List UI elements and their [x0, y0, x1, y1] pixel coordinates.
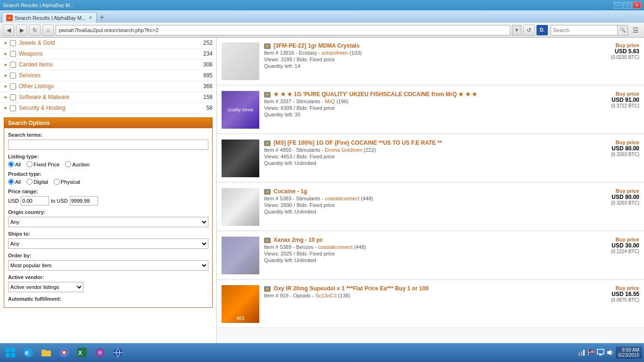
- forward-button[interactable]: ▶: [16, 25, 27, 36]
- radio-ptype-all-label[interactable]: All: [8, 179, 21, 185]
- cat-checkbox[interactable]: [10, 73, 16, 79]
- cat-expand-icon[interactable]: ►: [4, 73, 8, 78]
- svg-rect-24: [599, 354, 602, 355]
- cat-count: 58: [206, 105, 213, 111]
- category-link[interactable]: Other Listings: [19, 83, 203, 90]
- category: Stimulants: [296, 99, 320, 104]
- minimize-button[interactable]: –: [614, 2, 622, 8]
- folder-icon[interactable]: [38, 345, 55, 360]
- category-link[interactable]: Software & Malware: [19, 94, 203, 100]
- cat-checkbox[interactable]: [10, 40, 16, 46]
- product-info: 🔒 Xanax 2mg - 10 pc Item # 5389 - Benzos…: [264, 237, 583, 274]
- vendor-link[interactable]: coastalconnect: [325, 196, 359, 201]
- ships-select[interactable]: Any: [8, 239, 208, 249]
- radio-auction[interactable]: [65, 161, 71, 167]
- product-title: 🔒 [3FM-PE-22] 1gr MDMA Crystals: [264, 42, 583, 49]
- product-meta: Item # 5383 - Stimulants - coastalconnec…: [264, 196, 583, 201]
- start-button[interactable]: [2, 345, 19, 360]
- browser-search-input[interactable]: [551, 25, 617, 35]
- cat-checkbox[interactable]: [10, 62, 16, 68]
- close-button[interactable]: ✕: [633, 2, 641, 8]
- vendor-link[interactable]: MrQ: [325, 99, 335, 104]
- product-link[interactable]: ★ ★ ★ 1G 'PURE QUALITY' UK2EU FISHSCALE …: [273, 91, 477, 98]
- cat-expand-icon[interactable]: ►: [4, 84, 8, 89]
- browser-search-button[interactable]: 🔍: [617, 25, 627, 35]
- cat-count: 252: [203, 40, 213, 46]
- tab-close-icon[interactable]: ✕: [89, 15, 92, 20]
- buy-label: Buy price: [583, 188, 639, 194]
- vendor-link[interactable]: Emma Goldmen: [325, 147, 362, 153]
- globe-icon[interactable]: [109, 345, 126, 360]
- radio-digital[interactable]: [26, 179, 33, 185]
- cat-checkbox[interactable]: [10, 94, 16, 100]
- category-link[interactable]: Jewels & Gold: [19, 40, 203, 46]
- radio-physical[interactable]: [54, 179, 60, 185]
- maximize-button[interactable]: □: [623, 2, 632, 8]
- product-meta: Item # 3337 - Stimulants - MrQ (196): [264, 99, 583, 104]
- radio-ptype-all[interactable]: [8, 179, 14, 185]
- radio-fixed-label[interactable]: Fixed Price: [26, 161, 59, 167]
- vendor-link[interactable]: coastalconnect: [318, 244, 352, 250]
- refresh-icon[interactable]: ↺: [523, 25, 535, 36]
- cat-checkbox[interactable]: [10, 83, 16, 90]
- category-link[interactable]: Services: [19, 72, 203, 79]
- price-btc: (0.3263 BTC): [583, 152, 639, 157]
- ie-icon[interactable]: e: [20, 345, 37, 360]
- cat-checkbox[interactable]: [10, 51, 16, 57]
- cat-expand-icon[interactable]: ►: [4, 95, 8, 99]
- new-tab-button[interactable]: +: [97, 12, 107, 23]
- vendor-select[interactable]: Active vendor listings: [8, 282, 83, 292]
- radio-fixed[interactable]: [26, 161, 33, 167]
- product-qty: Quantity left: Unlimited: [264, 160, 583, 166]
- cat-checkbox[interactable]: [10, 105, 16, 111]
- radio-digital-label[interactable]: Digital: [26, 179, 48, 185]
- browser-frame: Search Results | AlphaBay M... – □ ✕ a S…: [0, 0, 644, 362]
- category-link[interactable]: Security & Hosting: [19, 105, 206, 111]
- vendor-link[interactable]: schizofreen: [322, 50, 348, 56]
- excel-icon[interactable]: X: [74, 345, 91, 360]
- cat-expand-icon[interactable]: ►: [4, 106, 8, 110]
- price-from-input[interactable]: [21, 196, 49, 206]
- cat-expand-icon[interactable]: ►: [4, 62, 8, 67]
- home-button[interactable]: ⌂: [42, 25, 54, 36]
- item-num: 4850: [280, 147, 291, 153]
- back-button[interactable]: ◀: [3, 25, 14, 36]
- browser-menu-button[interactable]: ☰: [630, 25, 641, 36]
- origin-select[interactable]: Any: [8, 217, 208, 227]
- product-link[interactable]: [MS] [FE 100%] 1G OF {Fire} COCAINE **US…: [273, 140, 442, 146]
- product-link[interactable]: Oxy IR 20mg Supeudol x 1 ***Flat Price E…: [273, 285, 429, 292]
- cat-count: 306: [203, 61, 213, 68]
- vendor-link[interactable]: Sc13nC3: [315, 293, 337, 298]
- price-btc: (0.1224 BTC): [583, 249, 639, 254]
- cat-count: 158: [203, 94, 213, 100]
- address-bar[interactable]: [56, 25, 510, 35]
- category-link[interactable]: Carded Items: [19, 61, 203, 68]
- radio-physical-label[interactable]: Physical: [54, 179, 80, 185]
- title-bar: Search Results | AlphaBay M... – □ ✕: [0, 0, 644, 10]
- product-thumbnail: [222, 237, 259, 274]
- product-link[interactable]: Cocaine - 1g: [273, 188, 307, 195]
- cat-expand-icon[interactable]: ►: [4, 51, 8, 56]
- buy-label: Buy price: [583, 42, 639, 48]
- product-title: 🔒 [MS] [FE 100%] 1G OF {Fire} COCAINE **…: [264, 140, 583, 146]
- dropdown-arrow-icon[interactable]: ▼: [512, 25, 521, 35]
- product-stats: Views: 2690 / Bids: Fixed price: [264, 202, 583, 208]
- category-link[interactable]: Weapons: [19, 50, 203, 57]
- radio-auction-label[interactable]: Auction: [65, 161, 90, 167]
- price-btc: (0.3712 BTC): [583, 103, 639, 108]
- price-range-group: USD to USD: [8, 196, 208, 206]
- product-price: Buy price USD 16.55 (0.0675 BTC): [583, 285, 639, 323]
- product-link[interactable]: [3FM-PE-22] 1gr MDMA Crystals: [273, 42, 359, 49]
- active-tab[interactable]: a Search Results | AlphaBay M... ✕: [2, 12, 97, 23]
- radio-all-label[interactable]: All: [8, 161, 21, 167]
- svg-rect-0: [6, 348, 10, 352]
- reload-button[interactable]: ↻: [29, 25, 41, 36]
- order-select[interactable]: Most popular item: [8, 260, 208, 271]
- product-link[interactable]: Xanax 2mg - 10 pc: [273, 237, 323, 243]
- cat-expand-icon[interactable]: ►: [4, 41, 8, 45]
- price-to-input[interactable]: [70, 196, 98, 206]
- radio-all[interactable]: [8, 161, 14, 167]
- chrome-icon[interactable]: [56, 345, 73, 360]
- search-terms-input[interactable]: [8, 140, 208, 150]
- tor-icon[interactable]: [91, 345, 108, 360]
